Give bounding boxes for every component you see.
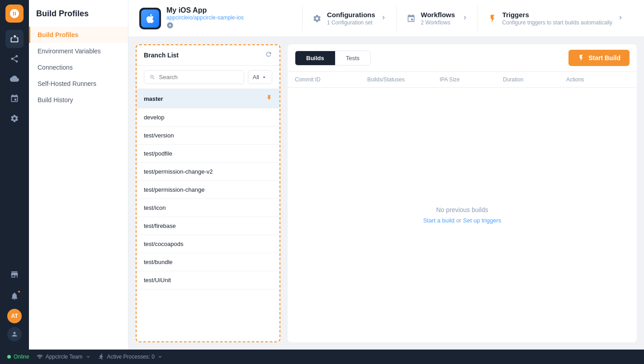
sidebar-title: Build Profiles xyxy=(36,9,121,19)
processes-label: Active Processes: 0 xyxy=(107,354,155,360)
branch-item-develop[interactable]: develop xyxy=(137,109,279,127)
app-icon-container xyxy=(139,8,161,29)
column-builds-statuses: Builds/Statuses xyxy=(367,76,440,83)
builds-empty-title: No previous builds xyxy=(436,206,488,213)
branch-item-test-permission-v2[interactable]: test/permission-change-v2 xyxy=(137,163,279,181)
nav-user-avatar[interactable]: AT xyxy=(7,309,22,323)
set-up-triggers-link[interactable]: Set up triggers xyxy=(463,217,502,224)
branch-item-test-icon[interactable]: test/icon xyxy=(137,199,279,217)
online-label: Online xyxy=(14,354,29,360)
branch-search-bar: All xyxy=(137,66,279,89)
branch-item-name-develop: develop xyxy=(144,114,165,121)
workflows-chevron-icon xyxy=(461,14,469,23)
nav-notification-icon[interactable] xyxy=(5,287,24,305)
tab-builds[interactable]: Builds xyxy=(295,51,335,65)
triggers-content: Triggers Configure triggers to start bui… xyxy=(502,11,612,26)
workflows-nav-item[interactable]: Workflows 2 Workflows xyxy=(396,5,478,31)
online-dot xyxy=(7,355,11,359)
app-name: My iOS App xyxy=(166,6,244,14)
sidebar-item-build-history[interactable]: Build History xyxy=(29,92,128,108)
sidebar-navigation: Build Profiles Environment Variables Con… xyxy=(29,23,128,112)
builds-empty-links: Start a build or Set up triggers xyxy=(423,217,502,224)
column-ipa-size: IPA Size xyxy=(440,76,503,83)
app-url: appcircleio/appcircle-sample-ios xyxy=(166,14,244,21)
branch-item-test-bundle[interactable]: test/bundle xyxy=(137,253,279,271)
nav-user-profile-icon[interactable] xyxy=(7,327,22,341)
workflows-label: Workflows xyxy=(421,11,457,19)
workflows-icon xyxy=(406,13,417,24)
sidebar-item-build-profiles[interactable]: Build Profiles xyxy=(29,27,128,43)
configurations-icon xyxy=(312,13,322,24)
branch-item-test-permission[interactable]: test/permission-change xyxy=(137,181,279,199)
start-build-link[interactable]: Start a build xyxy=(423,217,455,224)
nav-distribute-icon[interactable] xyxy=(5,50,24,68)
sidebar-item-connections[interactable]: Connections xyxy=(29,59,128,76)
branch-item-master[interactable]: master xyxy=(137,89,279,109)
status-team: Appcircle Team xyxy=(37,354,91,360)
triggers-icon xyxy=(487,13,498,24)
content-area: Branch List All xyxy=(128,37,644,350)
branch-refresh-icon[interactable] xyxy=(265,51,272,60)
triggers-chevron-icon xyxy=(617,14,624,23)
processes-icon xyxy=(98,354,104,360)
app-icon xyxy=(141,9,159,28)
team-label: Appcircle Team xyxy=(46,354,83,360)
branch-item-test-uiunit[interactable]: test/UiUnit xyxy=(137,271,279,289)
sidebar-item-env-variables[interactable]: Environment Variables xyxy=(29,43,128,59)
triggers-label: Triggers xyxy=(502,11,612,19)
triggers-nav-item[interactable]: Triggers Configure triggers to start bui… xyxy=(478,5,633,31)
configurations-sub: 1 Configuration set xyxy=(327,19,375,26)
nav-testing-icon[interactable] xyxy=(5,70,24,88)
configurations-content: Configurations 1 Configuration set xyxy=(327,11,375,26)
tab-tests[interactable]: Tests xyxy=(335,51,370,65)
start-build-button[interactable]: Start Build xyxy=(568,50,630,66)
builds-tabs: Builds Tests xyxy=(295,51,371,66)
branch-item-name-master: master xyxy=(144,95,163,102)
branch-pin-icon-master xyxy=(266,95,272,103)
configurations-chevron-icon xyxy=(380,14,387,23)
branch-filter-dropdown[interactable]: All xyxy=(248,70,272,84)
app-logo[interactable] xyxy=(5,5,24,23)
nav-store-icon[interactable] xyxy=(5,265,24,284)
branch-item-test-firebase[interactable]: test/firebase xyxy=(137,217,279,235)
workflows-content: Workflows 2 Workflows xyxy=(421,11,457,26)
status-bar: Online Appcircle Team Active Processes: … xyxy=(0,350,644,364)
branch-search-field[interactable] xyxy=(159,74,238,80)
branch-search-input-container[interactable] xyxy=(144,70,244,84)
processes-chevron-icon xyxy=(157,354,163,359)
nav-build-icon[interactable] xyxy=(5,30,24,48)
team-icon xyxy=(37,354,43,360)
branch-item-name-test-firebase: test/firebase xyxy=(144,222,176,229)
status-online: Online xyxy=(7,354,29,360)
branch-header: Branch List xyxy=(137,45,279,66)
sidebar-item-self-hosted[interactable]: Self-Hosted Runners xyxy=(29,76,128,92)
search-icon xyxy=(150,74,156,80)
branch-item-test-version[interactable]: test/version xyxy=(137,127,279,145)
app-badge xyxy=(166,22,244,31)
app-info: My iOS App appcircleio/appcircle-sample-… xyxy=(139,6,266,31)
column-commit-id: Commit ID xyxy=(295,76,367,83)
branch-item-test-cocoapods[interactable]: test/cocoapods xyxy=(137,235,279,253)
start-build-icon xyxy=(578,54,585,61)
start-build-label: Start Build xyxy=(588,54,620,61)
branch-item-name-test-icon: test/icon xyxy=(144,204,166,211)
column-actions: Actions xyxy=(566,76,630,83)
branch-item-name-test-version: test/version xyxy=(144,132,174,139)
app-details: My iOS App appcircleio/appcircle-sample-… xyxy=(166,6,244,31)
nav-connections-icon[interactable] xyxy=(5,90,24,108)
nav-gear-icon[interactable] xyxy=(5,109,24,128)
app-topbar: My iOS App appcircleio/appcircle-sample-… xyxy=(128,0,644,37)
builds-header: Builds Tests Start Build xyxy=(288,44,637,72)
sidebar: Build Profiles Build Profiles Environmen… xyxy=(29,0,128,350)
branch-panel: Branch List All xyxy=(136,44,280,342)
builds-empty-separator: or xyxy=(456,217,463,224)
column-duration: Duration xyxy=(503,76,566,83)
branch-item-name-test-podfile: test/podfile xyxy=(144,150,172,157)
branch-item-test-podfile[interactable]: test/podfile xyxy=(137,145,279,163)
branch-item-name-test-uiunit: test/UiUnit xyxy=(144,277,171,284)
status-processes: Active Processes: 0 xyxy=(98,354,163,360)
workflows-sub: 2 Workflows xyxy=(421,19,457,26)
builds-panel: Builds Tests Start Build Commit ID Build… xyxy=(288,44,637,342)
configurations-nav-item[interactable]: Configurations 1 Configuration set xyxy=(302,5,396,31)
filter-chevron-icon xyxy=(261,74,267,80)
